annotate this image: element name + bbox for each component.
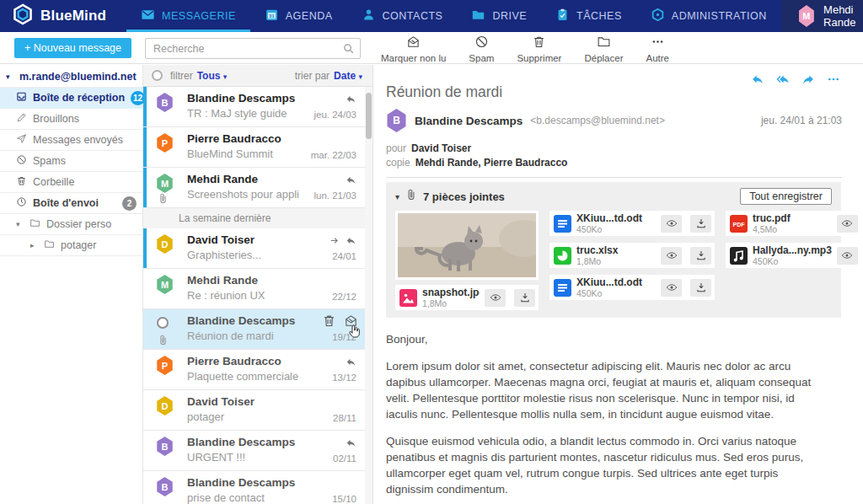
preview-eye-icon[interactable] xyxy=(661,279,682,297)
attachment-card[interactable]: PDF truc.pdf 4,5Mo xyxy=(726,211,863,236)
message-subject: Plaquette commerciale xyxy=(187,370,326,383)
nav-item-messagerie[interactable]: MESSAGERIE xyxy=(126,0,250,32)
message-row[interactable]: Blandine Descamps Réunion de mardi 19/12 xyxy=(143,309,365,350)
delete-icon[interactable] xyxy=(322,314,336,331)
message-date: mar. 22/03 xyxy=(311,150,356,160)
select-all-circle[interactable] xyxy=(152,70,163,81)
nav-item-label: CONTACTS xyxy=(383,10,443,22)
top-navbar: BlueMind MESSAGERIE 31 AGENDA CONTACTS D… xyxy=(0,0,863,32)
nav-item-contacts[interactable]: CONTACTS xyxy=(347,0,458,32)
spam-icon xyxy=(16,154,27,168)
message-subject: prise de contact xyxy=(187,491,326,504)
sidebar-folder-bo-te-d-envoi[interactable]: Boîte d'envoi 2 xyxy=(0,193,142,214)
replied-icon xyxy=(346,174,356,189)
message-row[interactable]: P Pierre Baudracco Plaquette commerciale… xyxy=(143,350,365,390)
action-autre[interactable]: Autre xyxy=(646,35,670,63)
sidebar-folder-spams[interactable]: Spams xyxy=(0,151,142,172)
message-row[interactable]: M Mehdi Rande Re : réunion UX 22/12 xyxy=(143,269,365,309)
preview-eye-icon[interactable] xyxy=(661,215,682,233)
nav-item-administration[interactable]: ADMINISTRATION xyxy=(636,0,781,32)
replied-icon xyxy=(346,356,356,371)
nav-items: MESSAGERIE 31 AGENDA CONTACTS DRIVE TÂCH… xyxy=(126,0,781,32)
preview-eye-icon[interactable] xyxy=(837,247,858,265)
tasks-icon xyxy=(555,8,570,24)
avatar: B xyxy=(156,93,174,112)
sidebar-folder-brouillons[interactable]: Brouillons xyxy=(0,109,142,130)
message-row[interactable]: B Blandine Descamps TR : MaJ style guide… xyxy=(143,87,365,127)
sort-dropdown[interactable]: Date ▾ xyxy=(334,70,362,82)
download-icon[interactable] xyxy=(690,215,711,233)
download-icon[interactable] xyxy=(690,247,711,265)
attachment-size: 4,5Mo xyxy=(753,224,832,234)
attachment-card[interactable]: XKiuu...td.odt 450Ko xyxy=(549,211,715,236)
nav-item-agenda[interactable]: 31 AGENDA xyxy=(250,0,347,32)
sidebar-folder-messages-envoy-s[interactable]: Messages envoyés xyxy=(0,130,142,151)
attachments-panel: ▾ 7 pièces jointes Tout enregistrer xyxy=(386,182,841,318)
attachment-card[interactable]: XKiuu...td.odt 450Ko xyxy=(549,275,715,300)
attachment-card[interactable]: truc.xlsx 1,8Mo xyxy=(549,243,715,268)
list-scrollbar[interactable] xyxy=(366,93,372,139)
select-circle[interactable] xyxy=(157,317,169,329)
sidebar-folder-dossier-perso[interactable]: ▾ Dossier perso xyxy=(0,214,142,235)
calendar-icon: 31 xyxy=(265,8,279,24)
folder-icon xyxy=(44,239,55,252)
message-row[interactable]: P Pierre Baudracco BlueMind Summit mar. … xyxy=(143,127,365,168)
chevron-down-icon[interactable]: ▾ xyxy=(395,192,399,201)
nav-item-drive[interactable]: DRIVE xyxy=(457,0,541,32)
spam-icon xyxy=(474,35,489,52)
sender-name: Blandine Descamps xyxy=(415,115,523,127)
sidebar-folder-potager[interactable]: ▸ potager xyxy=(0,235,142,256)
reading-pane: Réunion de mardi B Blandine Descamps <b.… xyxy=(373,65,863,504)
reply-icon[interactable] xyxy=(750,72,765,89)
avatar: P xyxy=(156,133,174,153)
bluemind-app: BlueMind MESSAGERIE 31 AGENDA CONTACTS D… xyxy=(0,0,863,504)
sender-email: <b.descamps@bluemind.net> xyxy=(530,115,665,126)
preview-eye-icon[interactable] xyxy=(485,289,506,307)
reply-all-icon[interactable] xyxy=(775,72,791,89)
action-supprimer[interactable]: Supprimer xyxy=(517,35,561,63)
sidebar-folder-bo-te-de-r-ception[interactable]: Boîte de réception 12 xyxy=(0,88,142,109)
person-icon xyxy=(362,8,376,24)
avatar: D xyxy=(156,396,174,416)
chevron-down-icon: ▾ xyxy=(223,72,228,81)
download-icon[interactable] xyxy=(514,289,535,307)
attachment-name: XKiuu...td.odt xyxy=(576,213,656,224)
sender-row: B Blandine Descamps <b.descamps@bluemind… xyxy=(386,109,851,132)
message-row[interactable]: B Blandine Descamps prise de contact 15/… xyxy=(143,471,365,504)
kitten-image xyxy=(398,213,536,277)
list-section-label: La semaine dernière xyxy=(143,208,365,228)
message-row[interactable]: D David Toiser potager 28/11 xyxy=(143,390,365,431)
more-dots-icon[interactable] xyxy=(826,72,841,89)
attachment-image-preview[interactable] xyxy=(395,211,539,280)
more-dots-icon xyxy=(651,35,665,52)
draft-icon xyxy=(16,112,27,126)
save-all-button[interactable]: Tout enregistrer xyxy=(740,188,832,205)
download-icon[interactable] xyxy=(690,279,711,297)
message-row[interactable]: D David Toiser Graphisteries... 24/01 xyxy=(143,228,365,269)
toolbar-action-label: Supprimer xyxy=(517,53,561,63)
attachment-card[interactable]: snapshot.jpg 1,8Mo xyxy=(395,285,539,310)
action-marquer-non-lu[interactable]: Marquer non lu xyxy=(381,35,446,63)
preview-eye-icon[interactable] xyxy=(661,247,682,265)
message-row[interactable]: B Blandine Descamps URGENT !!! 02/11 xyxy=(143,431,365,471)
search-input[interactable] xyxy=(145,38,361,59)
user-menu[interactable]: M Mehdi Rande ▾ xyxy=(781,0,863,32)
replied-icon xyxy=(346,437,356,452)
nav-item-tâches[interactable]: TÂCHES xyxy=(541,0,636,32)
action-déplacer[interactable]: Déplacer xyxy=(584,35,623,63)
attachment-card[interactable]: Hallyda...ny.mp3 450Ko xyxy=(726,243,863,268)
attachment-name: Hallyda...ny.mp3 xyxy=(753,245,832,256)
account-root[interactable]: ▾ m.rande@bluemind.net xyxy=(0,67,142,88)
sidebar-folder-corbeille[interactable]: Corbeille xyxy=(0,172,142,193)
message-subject: Re : réunion UX xyxy=(187,289,326,302)
preview-eye-icon[interactable] xyxy=(837,215,858,233)
action-spam[interactable]: Spam xyxy=(469,35,494,63)
forward-icon[interactable] xyxy=(801,72,816,89)
new-message-button[interactable]: + Nouveau message xyxy=(14,38,131,58)
search xyxy=(145,38,361,59)
message-row[interactable]: M Mehdi Rande Screenshots pour appli lun… xyxy=(143,168,365,208)
avatar: B xyxy=(156,437,174,456)
search-icon xyxy=(342,42,355,55)
to-value: David Toiser xyxy=(411,142,471,154)
filter-dropdown[interactable]: Tous ▾ xyxy=(197,70,228,82)
